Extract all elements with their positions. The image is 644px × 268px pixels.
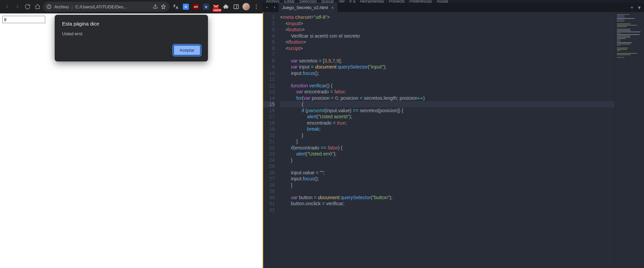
svg-point-2	[49, 6, 49, 6]
extensions-tray: G uO ◆ 14278	[172, 3, 260, 10]
menu-item[interactable]: Editar	[284, 0, 294, 3]
new-tab-icon[interactable]: ＋	[629, 4, 635, 11]
url-path: C:/Users/LATITUDE/Des...	[75, 4, 150, 9]
menu-item[interactable]: Herramientas	[360, 0, 384, 3]
star-icon[interactable]	[161, 4, 166, 9]
menu-item[interactable]: Ir a	[350, 0, 355, 3]
dialog-title: Esta página dice	[62, 21, 201, 27]
tab-label: Juego_Secreto_v2.html	[282, 5, 328, 10]
menu-icon[interactable]	[253, 3, 260, 10]
menu-item[interactable]: Selección	[299, 0, 317, 3]
page-content: Esta página dice Usted erró Aceptar	[0, 13, 263, 268]
minimap[interactable]	[614, 12, 644, 268]
tab-prev-icon[interactable]	[263, 3, 271, 12]
share-icon[interactable]	[153, 4, 158, 9]
back-button[interactable]	[3, 2, 12, 11]
url-prefix: Archivo	[54, 4, 69, 9]
menu-item[interactable]: Proyecto	[389, 0, 405, 3]
dialog-message: Usted erró	[62, 31, 201, 36]
ublock-icon[interactable]: uO	[192, 3, 200, 10]
browser-window: Archivo | C:/Users/LATITUDE/Des... G uO …	[0, 0, 263, 268]
extensions-icon[interactable]	[222, 3, 230, 10]
mail-icon[interactable]: 14278	[212, 3, 220, 10]
panel-icon[interactable]	[232, 3, 240, 10]
profile-avatar[interactable]	[243, 3, 250, 10]
mail-badge: 14278	[213, 9, 221, 12]
svg-point-5	[256, 5, 257, 5]
code[interactable]: <meta charset="utf-8"> <input/> <button>…	[277, 12, 614, 268]
browser-toolbar: Archivo | C:/Users/LATITUDE/Des... G uO …	[0, 0, 263, 13]
menu-item[interactable]: Ayuda	[437, 0, 448, 3]
translate-ext-icon[interactable]	[172, 3, 179, 10]
tab-close-icon[interactable]: ×	[331, 5, 334, 10]
svg-rect-3	[234, 5, 238, 9]
editor-tab[interactable]: Juego_Secreto_v2.html ×	[279, 3, 337, 12]
editor-window: ArchivoEditarSelecciónBuscarVerIr aHerra…	[263, 0, 644, 268]
address-bar[interactable]: Archivo | C:/Users/LATITUDE/Des...	[43, 2, 169, 12]
number-input[interactable]	[2, 16, 45, 23]
editor-menubar[interactable]: ArchivoEditarSelecciónBuscarVerIr aHerra…	[263, 0, 644, 3]
editor-tabbar: Juego_Secreto_v2.html × ＋ ▾	[263, 3, 644, 12]
alert-dialog: Esta página dice Usted erró Aceptar	[55, 15, 208, 61]
menu-item[interactable]: Ver	[339, 0, 345, 3]
gutter: 1234567891011121314151617181920212223242…	[263, 12, 277, 268]
reload-button[interactable]	[23, 2, 32, 11]
svg-point-7	[256, 8, 257, 9]
svg-point-6	[256, 6, 257, 7]
code-area[interactable]: 1234567891011121314151617181920212223242…	[263, 12, 644, 268]
menu-item[interactable]: Buscar	[321, 0, 334, 3]
forward-button[interactable]	[13, 2, 22, 11]
ext-box-icon[interactable]: ◆	[202, 3, 210, 10]
info-icon	[46, 4, 52, 9]
tab-dropdown-icon[interactable]: ▾	[636, 4, 643, 11]
google-translate-icon[interactable]: G	[182, 3, 190, 10]
menu-item[interactable]: Preferencias	[410, 0, 432, 3]
home-button[interactable]	[33, 2, 42, 11]
dialog-ok-button[interactable]: Aceptar	[173, 45, 201, 55]
tab-next-icon[interactable]	[271, 3, 279, 12]
menu-item[interactable]: Archivo	[266, 0, 279, 3]
